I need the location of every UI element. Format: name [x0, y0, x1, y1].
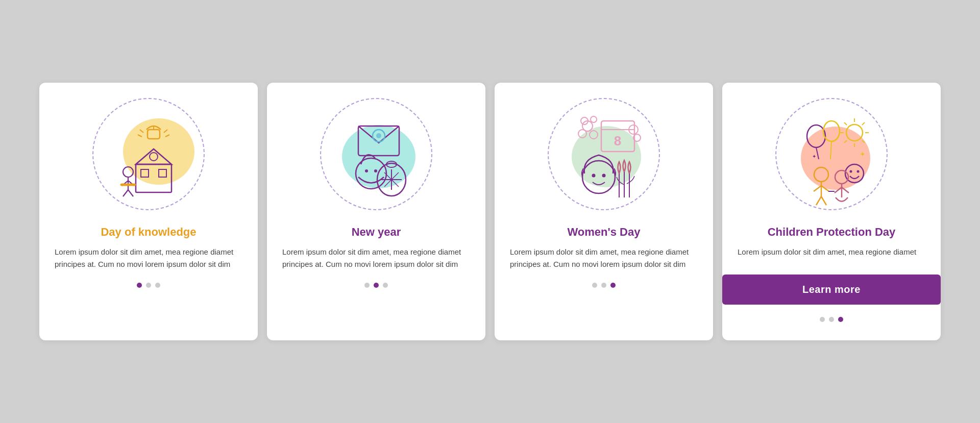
svg-line-73 — [821, 196, 826, 205]
svg-point-54 — [846, 125, 863, 141]
card-body: Lorem ipsum dolor sit dim amet, mea regi… — [738, 246, 925, 258]
svg-point-45 — [602, 174, 606, 178]
svg-line-71 — [821, 186, 829, 191]
svg-line-77 — [842, 187, 849, 193]
svg-line-61 — [862, 122, 865, 125]
svg-rect-6 — [148, 130, 160, 139]
card-body: Lorem ipsum dolor sit dim amet, mea regi… — [282, 246, 470, 270]
svg-line-76 — [835, 187, 842, 193]
dot-3[interactable] — [838, 317, 843, 322]
svg-rect-3 — [141, 169, 149, 177]
cards-container: Day of knowledge Lorem ipsum dolor sit d… — [19, 62, 961, 361]
svg-point-44 — [592, 174, 596, 178]
dot-3[interactable] — [155, 283, 160, 288]
dot-3[interactable] — [383, 283, 388, 288]
card-title: Children Protection Day — [738, 226, 925, 239]
card-content: New year Lorem ipsum dolor sit dim amet,… — [267, 226, 485, 270]
svg-text:8: 8 — [614, 133, 621, 148]
svg-point-68 — [814, 167, 828, 182]
card-body: Lorem ipsum dolor sit dim amet, mea regi… — [55, 246, 242, 270]
svg-point-5 — [150, 153, 158, 161]
svg-point-37 — [578, 130, 586, 138]
svg-point-12 — [123, 167, 133, 177]
illustration-new-year — [267, 83, 485, 226]
svg-line-62 — [844, 140, 847, 143]
card-title: Women's Day — [510, 226, 698, 239]
svg-point-25 — [374, 169, 377, 172]
svg-line-17 — [128, 190, 133, 196]
svg-text:✦: ✦ — [860, 150, 866, 158]
svg-point-22 — [376, 133, 381, 138]
svg-line-59 — [844, 122, 847, 125]
dot-2[interactable] — [146, 283, 151, 288]
svg-point-24 — [365, 169, 368, 172]
card-title: New year — [282, 226, 470, 239]
card-content: Women's Day Lorem ipsum dolor sit dim am… — [495, 226, 713, 270]
svg-point-38 — [590, 131, 598, 139]
svg-marker-2 — [136, 149, 172, 164]
svg-point-67 — [857, 170, 860, 173]
card-title: Day of knowledge — [55, 226, 242, 239]
dot-1[interactable] — [364, 283, 370, 288]
svg-point-23 — [356, 158, 386, 189]
svg-point-50 — [807, 125, 825, 147]
pagination-dots — [592, 283, 616, 288]
card-children-protection-day: ✦ ✦ — [722, 83, 941, 340]
card-content: Children Protection Day Lorem ipsum dolo… — [722, 226, 941, 258]
svg-rect-1 — [136, 164, 172, 192]
svg-rect-4 — [159, 169, 166, 177]
pagination-dots — [137, 283, 160, 288]
dot-2[interactable] — [374, 283, 379, 288]
illustration-womens-day: 8 — [495, 83, 713, 226]
svg-line-10 — [138, 135, 142, 137]
svg-point-40 — [591, 116, 597, 122]
dot-1[interactable] — [820, 317, 825, 322]
dot-2[interactable] — [601, 283, 606, 288]
card-body: Lorem ipsum dolor sit dim amet, mea regi… — [510, 246, 698, 270]
pagination-dots — [820, 317, 843, 322]
svg-line-16 — [123, 190, 128, 196]
svg-point-43 — [582, 161, 615, 193]
svg-line-72 — [816, 196, 821, 205]
dot-2[interactable] — [829, 317, 834, 322]
svg-line-53 — [830, 141, 831, 159]
illustration-day-of-knowledge — [39, 83, 258, 226]
svg-line-70 — [814, 186, 821, 191]
svg-point-52 — [823, 121, 840, 141]
dot-1[interactable] — [592, 283, 597, 288]
card-new-year: New year Lorem ipsum dolor sit dim amet,… — [267, 83, 485, 340]
dot-3[interactable] — [610, 283, 616, 288]
svg-point-66 — [850, 170, 852, 173]
svg-line-11 — [165, 135, 169, 137]
pagination-dots — [364, 283, 388, 288]
illustration-children-protection-day: ✦ ✦ — [722, 83, 941, 226]
dot-1[interactable] — [137, 283, 142, 288]
card-content: Day of knowledge Lorem ipsum dolor sit d… — [39, 226, 258, 270]
learn-more-wrapper: Learn more — [722, 266, 941, 305]
card-womens-day: 8 — [495, 83, 713, 340]
svg-line-60 — [862, 140, 865, 143]
learn-more-button[interactable]: Learn more — [722, 275, 941, 305]
svg-line-9 — [164, 130, 167, 133]
card-day-of-knowledge: Day of knowledge Lorem ipsum dolor sit d… — [39, 83, 258, 340]
svg-text:✦: ✦ — [812, 154, 816, 159]
svg-line-51 — [816, 147, 819, 159]
svg-rect-18 — [120, 184, 136, 186]
svg-line-8 — [140, 130, 143, 133]
